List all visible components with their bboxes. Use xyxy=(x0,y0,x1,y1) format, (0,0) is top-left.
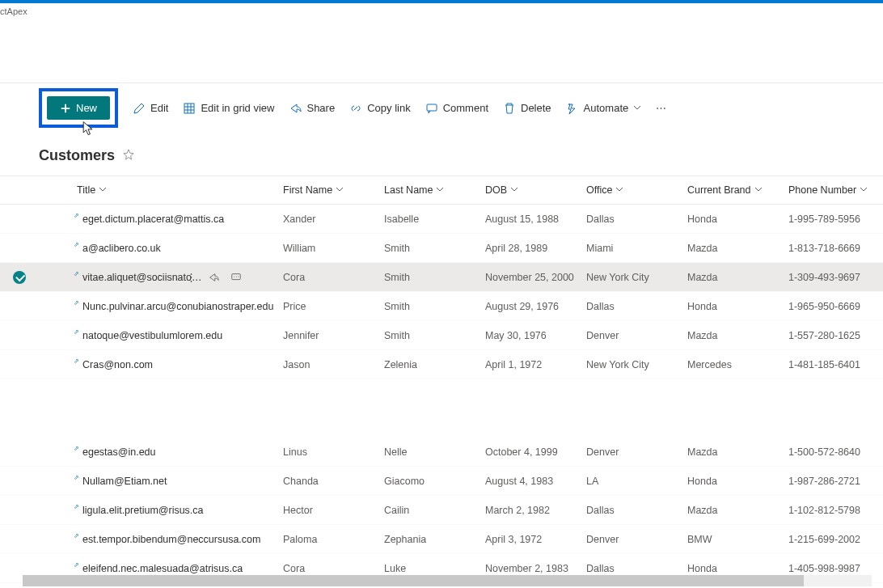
cell-brand: Mercedes xyxy=(687,359,788,370)
cell-phone: 1-215-699-2002 xyxy=(788,534,883,545)
cell-first: Paloma xyxy=(283,534,384,545)
flow-icon xyxy=(566,102,579,115)
shared-icon: ⇗ xyxy=(74,445,79,452)
share-button[interactable]: Share xyxy=(289,102,335,115)
delete-button[interactable]: Delete xyxy=(503,102,551,115)
table-row[interactable]: ⇗Nullam@Etiam.netChandaGiacomoAugust 4, … xyxy=(0,467,883,496)
comment-button[interactable]: Comment xyxy=(425,102,488,115)
cell-office: Denver xyxy=(586,330,687,341)
row-title[interactable]: eget.dictum.placerat@mattis.ca xyxy=(82,214,232,225)
row-select-indicator[interactable] xyxy=(13,271,26,284)
cell-first: Hector xyxy=(283,505,384,516)
cell-last: Isabelle xyxy=(384,214,485,225)
table-row[interactable]: ⇗ligula.elit.pretium@risus.caHectorCaili… xyxy=(0,496,883,525)
cell-brand: Honda xyxy=(687,563,788,574)
row-title[interactable]: Nunc.pulvinar.arcu@conubianostraper.edu xyxy=(82,301,281,312)
row-title[interactable]: est.tempor.bibendum@neccursusa.com xyxy=(82,534,268,545)
cell-last: Giacomo xyxy=(384,476,485,487)
cell-last: Smith xyxy=(384,330,485,341)
cell-last: Luke xyxy=(384,563,485,574)
comment-label: Comment xyxy=(443,102,488,114)
automate-button[interactable]: Automate xyxy=(566,102,642,115)
edit-label: Edit xyxy=(150,102,168,114)
more-button[interactable]: ⋯ xyxy=(656,102,668,114)
cell-phone: 1-965-950-6669 xyxy=(788,301,883,312)
copylink-button[interactable]: Copy link xyxy=(349,102,410,115)
list-table: Title First Name Last Name DOB Office Cu… xyxy=(0,176,883,583)
table-row[interactable]: ⇗Cras@non.comJasonZeleniaApril 1, 1972Ne… xyxy=(0,350,883,379)
col-first[interactable]: First Name xyxy=(283,184,384,196)
row-title[interactable]: Cras@non.com xyxy=(82,359,161,370)
shared-icon: ⇗ xyxy=(74,241,79,248)
cell-phone: 1-987-286-2721 xyxy=(788,476,883,487)
edit-button[interactable]: Edit xyxy=(133,102,168,115)
row-title[interactable]: Nullam@Etiam.net xyxy=(82,476,175,487)
cell-phone: 1-557-280-1625 xyxy=(788,330,883,341)
cell-first: Chanda xyxy=(283,476,384,487)
row-comment-icon[interactable] xyxy=(230,272,242,283)
cell-office: New York City xyxy=(586,359,687,370)
cell-first: Cora xyxy=(283,563,384,574)
cell-office: Dallas xyxy=(586,505,687,516)
copylink-label: Copy link xyxy=(367,102,410,114)
table-row[interactable]: ⇗egestas@in.eduLinusNelleOctober 4, 1999… xyxy=(0,438,883,467)
cell-brand: Mazda xyxy=(687,243,788,254)
table-row[interactable]: ⇗a@aclibero.co.ukWilliamSmithApril 28, 1… xyxy=(0,234,883,263)
row-title[interactable]: eleifend.nec.malesuada@atrisus.ca xyxy=(82,563,251,574)
col-phone[interactable]: Phone Number xyxy=(788,184,883,196)
col-office[interactable]: Office xyxy=(586,184,687,196)
share-label: Share xyxy=(306,102,335,114)
list-title: Customers xyxy=(39,147,115,164)
shared-icon: ⇗ xyxy=(74,561,79,569)
horizontal-scrollbar[interactable] xyxy=(23,575,872,583)
cell-brand: Mazda xyxy=(687,446,788,458)
table-row[interactable]: ⇗est.tempor.bibendum@neccursusa.comPalom… xyxy=(0,525,883,554)
cell-office: Dallas xyxy=(586,563,687,574)
scrollbar-thumb[interactable] xyxy=(23,575,804,583)
cell-brand: Mazda xyxy=(687,272,788,283)
row-title[interactable]: ligula.elit.pretium@risus.ca xyxy=(82,505,212,516)
edit-grid-button[interactable]: Edit in grid view xyxy=(183,102,274,115)
favorite-button[interactable] xyxy=(123,149,134,163)
table-row[interactable]: ⇗Nunc.pulvinar.arcu@conubianostraper.edu… xyxy=(0,292,883,321)
command-bar: New Edit Edit in grid view Share Copy li… xyxy=(0,82,883,133)
col-dob[interactable]: DOB xyxy=(485,184,586,196)
cell-last: Cailin xyxy=(384,505,485,516)
table-row[interactable]: ⇗vitae.aliquet@sociisnato…⋮CoraSmithNove… xyxy=(0,263,883,292)
col-last[interactable]: Last Name xyxy=(384,184,485,196)
cell-dob: August 29, 1976 xyxy=(485,301,586,312)
new-button-label: New xyxy=(76,102,97,114)
cell-office: Denver xyxy=(586,534,687,545)
pencil-icon xyxy=(133,102,146,115)
row-title[interactable]: a@aclibero.co.uk xyxy=(82,243,169,254)
cell-first: Jennifer xyxy=(283,330,384,341)
cell-phone: 1-405-998-9987 xyxy=(788,563,883,574)
new-button[interactable]: New xyxy=(47,96,110,120)
cell-first: Xander xyxy=(283,214,384,225)
cell-brand: BMW xyxy=(687,534,788,545)
cell-first: Linus xyxy=(283,446,384,458)
shared-icon: ⇗ xyxy=(74,212,79,219)
row-title[interactable]: egestas@in.edu xyxy=(82,446,164,458)
table-row[interactable]: ⇗natoque@vestibulumlorem.eduJenniferSmit… xyxy=(0,321,883,350)
cell-dob: August 4, 1983 xyxy=(485,476,586,487)
shared-icon: ⇗ xyxy=(74,532,79,539)
trash-icon xyxy=(503,102,516,115)
row-share-icon[interactable] xyxy=(208,272,219,283)
app-name: ctApex xyxy=(0,3,883,18)
cell-office: New York City xyxy=(586,272,687,283)
table-row[interactable]: ⇗eget.dictum.placerat@mattis.caXanderIsa… xyxy=(0,205,883,234)
shared-icon: ⇗ xyxy=(74,270,79,277)
col-brand[interactable]: Current Brand xyxy=(687,184,788,196)
link-icon xyxy=(349,102,362,115)
cell-dob: August 15, 1988 xyxy=(485,214,586,225)
col-title[interactable]: Title xyxy=(77,184,283,196)
cell-brand: Honda xyxy=(687,476,788,487)
plus-icon xyxy=(60,103,71,114)
cell-brand: Mazda xyxy=(687,330,788,341)
row-title[interactable]: natoque@vestibulumlorem.edu xyxy=(82,330,230,341)
row-more-icon[interactable]: ⋮ xyxy=(186,271,196,283)
cell-dob: March 2, 1982 xyxy=(485,505,586,516)
comment-icon xyxy=(425,102,438,115)
delete-label: Delete xyxy=(521,102,551,114)
